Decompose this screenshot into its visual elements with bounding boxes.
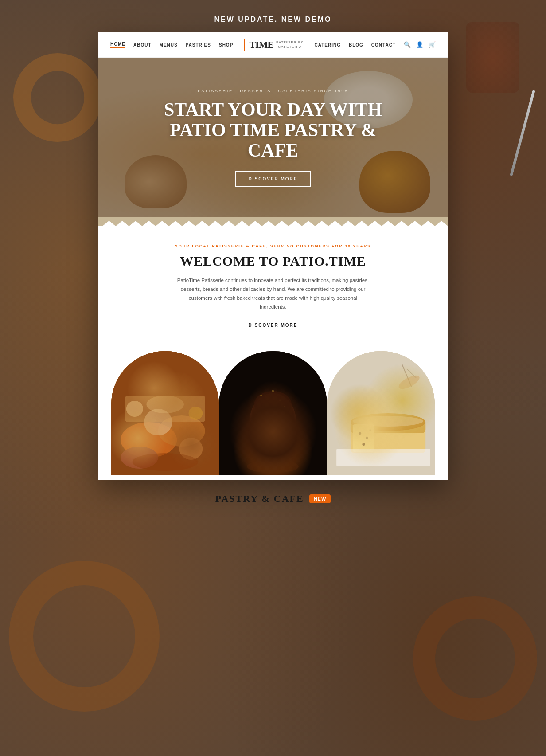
svg-point-6 [179, 438, 203, 460]
new-badge: NEW [309, 494, 331, 503]
nav-home[interactable]: HOME [110, 42, 125, 48]
svg-point-24 [253, 429, 293, 447]
svg-point-36 [353, 416, 423, 427]
welcome-discover-link[interactable]: DISCOVER MORE [248, 323, 297, 329]
svg-point-16 [254, 391, 292, 418]
nav-left: HOME ABOUT MENUS PASTRIES SHOP [110, 42, 233, 48]
svg-rect-37 [336, 449, 430, 466]
logo-accent-bar [244, 39, 245, 51]
announcement-bar: NEW UPDATE. NEW DEMO [0, 0, 546, 32]
bg-donut-bottom-left [9, 561, 160, 712]
nav-shop[interactable]: SHOP [219, 43, 233, 47]
nav-catering[interactable]: CATERING [314, 43, 340, 47]
image-grid [98, 351, 448, 475]
svg-point-20 [265, 408, 267, 409]
muffin-image [219, 351, 327, 475]
svg-rect-25 [327, 351, 435, 475]
pastries-photo [111, 351, 219, 475]
svg-point-30 [351, 413, 425, 431]
svg-rect-12 [219, 351, 327, 475]
svg-point-4 [121, 447, 158, 469]
svg-point-11 [146, 396, 184, 413]
nav-about[interactable]: ABOUT [133, 43, 152, 47]
svg-point-15 [252, 393, 294, 438]
svg-point-19 [272, 390, 274, 392]
pastries-illustration [111, 351, 219, 475]
hero-section: PATISSERIE · DESSERTS · CAFETERIA SINCE … [98, 58, 448, 217]
bottom-title: PASTRY & CAFE NEW [215, 493, 331, 505]
svg-rect-8 [125, 396, 205, 422]
search-icon[interactable]: 🔍 [404, 41, 411, 48]
welcome-eyebrow: YOUR LOCAL PATISSERIE & CAFÉ, SERVING CU… [133, 244, 413, 248]
image-card-muffin [219, 351, 327, 475]
svg-point-10 [189, 407, 203, 420]
bread-image [327, 351, 435, 475]
image-card-bread [327, 351, 435, 475]
card-bottom-padding [98, 475, 448, 480]
svg-rect-31 [353, 424, 374, 452]
svg-point-32 [359, 432, 361, 435]
hero-subtitle: PATISSERIE · DESSERTS · CAFETERIA SINCE … [149, 88, 397, 93]
cart-icon[interactable]: 🛒 [429, 41, 436, 48]
svg-point-23 [250, 436, 296, 452]
nav-icons: 🔍 👤 🛒 [404, 41, 436, 48]
svg-point-38 [397, 372, 421, 391]
svg-point-5 [144, 409, 172, 435]
svg-point-22 [256, 412, 257, 414]
svg-rect-29 [351, 420, 425, 433]
bottom-title-text: PASTRY & CAFE [215, 493, 304, 505]
bottom-section: PASTRY & CAFE NEW [0, 480, 546, 513]
logo[interactable]: TIME PATISSERIE& CAFETERIA [244, 39, 304, 51]
welcome-section: YOUR LOCAL PATISSERIE & CAFÉ, SERVING CU… [98, 226, 448, 351]
svg-point-9 [126, 401, 143, 417]
svg-point-17 [260, 395, 262, 396]
navbar: HOME ABOUT MENUS PASTRIES SHOP TIME PATI… [98, 32, 448, 58]
svg-rect-1 [111, 351, 219, 475]
website-card: HOME ABOUT MENUS PASTRIES SHOP TIME PATI… [98, 32, 448, 480]
welcome-title: WELCOME TO PATIO.TIME [133, 254, 413, 269]
svg-marker-0 [98, 217, 448, 226]
svg-point-3 [158, 415, 205, 447]
svg-point-33 [366, 436, 368, 439]
muffin-illustration [219, 351, 327, 475]
svg-point-18 [279, 399, 281, 400]
nav-contact[interactable]: CONTACT [371, 43, 396, 47]
nav-right: CATERING BLOG CONTACT 🔍 👤 🛒 [314, 41, 436, 48]
svg-rect-28 [351, 422, 425, 453]
pastries-image [111, 351, 219, 475]
logo-sub-1: PATISSERIE& [276, 40, 304, 45]
nav-pastries[interactable]: PASTRIES [186, 43, 211, 47]
zigzag-svg [98, 217, 448, 226]
announcement-text: NEW UPDATE. NEW DEMO [214, 16, 332, 23]
svg-point-14 [250, 393, 296, 451]
svg-point-34 [362, 443, 365, 446]
svg-point-2 [121, 422, 177, 458]
logo-brand: TIME [249, 39, 273, 51]
nav-blog[interactable]: BLOG [349, 43, 363, 47]
nav-menus[interactable]: MENUS [160, 43, 178, 47]
bread-photo [327, 351, 435, 475]
welcome-description: PatioTime Patisserie continues to innova… [176, 276, 370, 312]
hero-title: START YOUR DAY WITH PATIO TIME PASTRY & … [149, 99, 397, 161]
bg-jar-top-right [466, 22, 519, 93]
image-card-pastries [111, 351, 219, 475]
user-icon[interactable]: 👤 [416, 41, 423, 48]
discover-more-button[interactable]: DISCOVER MORE [235, 171, 311, 187]
hero-content: PATISSERIE · DESSERTS · CAFETERIA SINCE … [140, 79, 406, 196]
svg-point-13 [247, 460, 299, 473]
svg-point-35 [369, 429, 371, 431]
svg-line-27 [407, 369, 416, 378]
svg-point-21 [284, 406, 285, 407]
muffin-photo [219, 351, 327, 475]
bread-illustration [327, 351, 435, 475]
svg-point-7 [133, 453, 198, 471]
logo-sub-2: CAFETERIA [276, 45, 304, 49]
svg-line-26 [402, 364, 411, 387]
zigzag-divider [98, 217, 448, 226]
